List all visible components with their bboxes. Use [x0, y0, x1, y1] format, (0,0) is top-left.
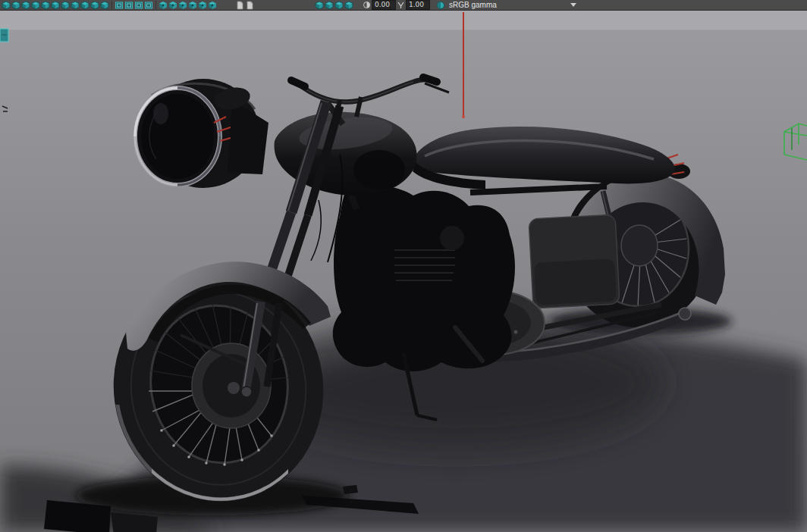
- headlamp: [135, 79, 268, 188]
- chevron-down-icon: [570, 3, 576, 7]
- pan-zoom-icon[interactable]: [51, 1, 60, 10]
- depth-peel-icon[interactable]: [344, 1, 353, 10]
- wireframe-icon[interactable]: [159, 1, 168, 10]
- select-camera-icon[interactable]: [2, 1, 11, 10]
- frame-selection-icon[interactable]: [245, 1, 254, 10]
- viewport-canvas[interactable]: [0, 11, 807, 532]
- frame-all-icon[interactable]: [235, 1, 244, 10]
- exposure-icon[interactable]: [363, 1, 371, 9]
- bookmarks-icon[interactable]: [31, 1, 40, 10]
- maya-viewport-window: 0.00 1.00 sRGB gamma: [0, 0, 807, 532]
- display-tool-group: [159, 1, 217, 10]
- image-plane-icon[interactable]: [41, 1, 50, 10]
- xray-icon[interactable]: [325, 1, 334, 10]
- gamma-input[interactable]: 1.00: [406, 0, 430, 10]
- oversan-icon[interactable]: [61, 1, 70, 10]
- use-all-lights-icon[interactable]: [188, 1, 197, 10]
- camera-attributes-icon[interactable]: [21, 1, 30, 10]
- panel-toolbar: 0.00 1.00 sRGB gamma: [0, 0, 807, 11]
- view-transform-select[interactable]: sRGB gamma: [446, 0, 581, 10]
- antialias-icon[interactable]: [334, 1, 344, 10]
- resolution-gate-icon[interactable]: [100, 1, 109, 10]
- toolbar-separator: [111, 1, 112, 9]
- view-transform-value: sRGB gamma: [449, 1, 497, 9]
- color-management-icon[interactable]: [436, 1, 445, 10]
- safe-title-icon[interactable]: [144, 1, 153, 10]
- film-gate-icon[interactable]: [90, 1, 99, 10]
- gate-mask-icon[interactable]: [115, 1, 124, 10]
- toolbar-separator: [155, 1, 156, 9]
- textured-icon[interactable]: [178, 1, 187, 10]
- exposure-input[interactable]: 0.00: [372, 0, 396, 10]
- gate-tool-group: [115, 1, 153, 10]
- gamma-icon[interactable]: [397, 1, 405, 9]
- shadows-icon[interactable]: [198, 1, 207, 10]
- grease-pencil-icon[interactable]: [71, 1, 80, 10]
- frame-tool-group: [235, 1, 254, 10]
- isolate-select-icon[interactable]: [315, 1, 324, 10]
- lock-camera-icon[interactable]: [11, 1, 20, 10]
- shaded-icon[interactable]: [168, 1, 177, 10]
- viewport-3d[interactable]: [0, 11, 807, 532]
- field-chart-icon[interactable]: [124, 1, 133, 10]
- screen-ao-icon[interactable]: [208, 1, 217, 10]
- safe-action-icon[interactable]: [134, 1, 143, 10]
- camera-tool-group: [2, 1, 109, 10]
- render-tool-group: [315, 1, 353, 10]
- side-panel: [529, 214, 620, 308]
- grid-icon[interactable]: [80, 1, 89, 10]
